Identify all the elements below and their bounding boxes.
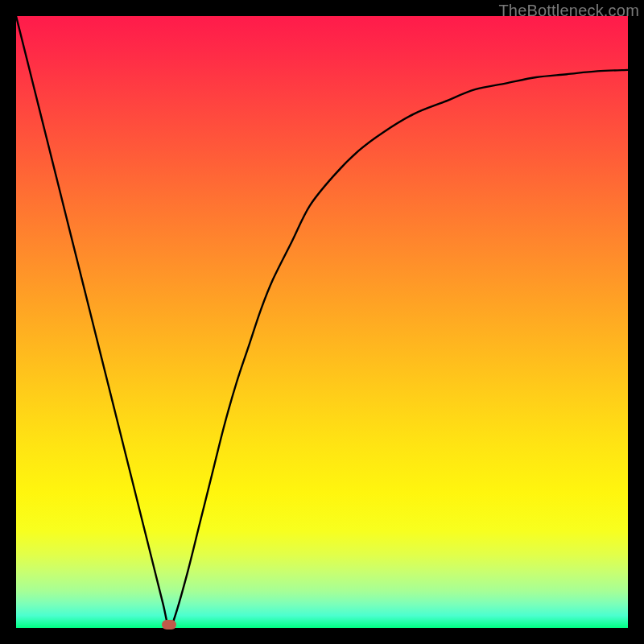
bottleneck-curve (16, 16, 628, 628)
chart-frame: TheBottleneck.com (0, 0, 644, 644)
minimum-marker (162, 620, 176, 630)
chart-plot-area (16, 16, 628, 628)
